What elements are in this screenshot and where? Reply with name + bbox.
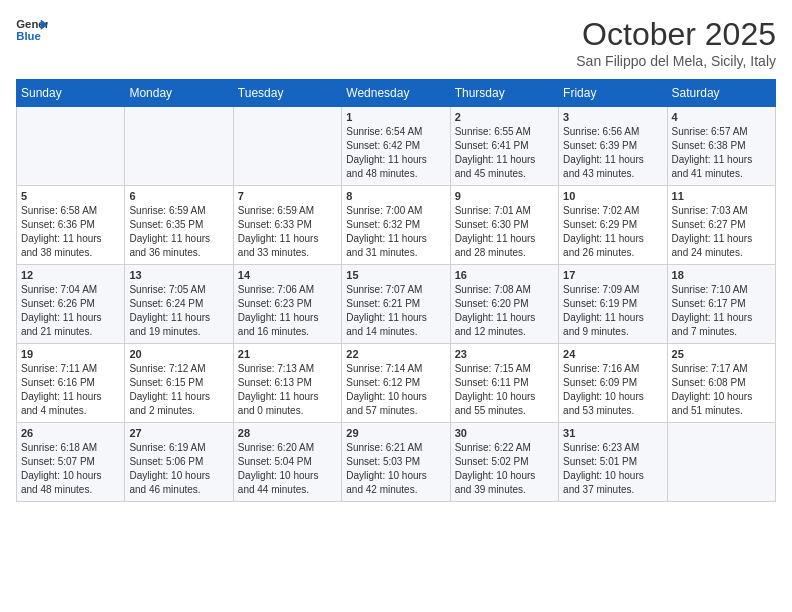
calendar-day-cell: 9Sunrise: 7:01 AM Sunset: 6:30 PM Daylig… <box>450 186 558 265</box>
day-number: 20 <box>129 348 228 360</box>
calendar-day-cell: 24Sunrise: 7:16 AM Sunset: 6:09 PM Dayli… <box>559 344 667 423</box>
day-info: Sunrise: 7:10 AM Sunset: 6:17 PM Dayligh… <box>672 283 771 339</box>
day-of-week-header: Saturday <box>667 80 775 107</box>
day-info: Sunrise: 6:18 AM Sunset: 5:07 PM Dayligh… <box>21 441 120 497</box>
calendar-day-cell <box>125 107 233 186</box>
day-info: Sunrise: 6:55 AM Sunset: 6:41 PM Dayligh… <box>455 125 554 181</box>
day-number: 13 <box>129 269 228 281</box>
calendar-day-cell: 21Sunrise: 7:13 AM Sunset: 6:13 PM Dayli… <box>233 344 341 423</box>
calendar-day-cell: 4Sunrise: 6:57 AM Sunset: 6:38 PM Daylig… <box>667 107 775 186</box>
day-number: 4 <box>672 111 771 123</box>
day-info: Sunrise: 7:09 AM Sunset: 6:19 PM Dayligh… <box>563 283 662 339</box>
calendar-day-cell: 7Sunrise: 6:59 AM Sunset: 6:33 PM Daylig… <box>233 186 341 265</box>
calendar-day-cell: 29Sunrise: 6:21 AM Sunset: 5:03 PM Dayli… <box>342 423 450 502</box>
day-info: Sunrise: 7:04 AM Sunset: 6:26 PM Dayligh… <box>21 283 120 339</box>
calendar-week-row: 19Sunrise: 7:11 AM Sunset: 6:16 PM Dayli… <box>17 344 776 423</box>
day-info: Sunrise: 7:13 AM Sunset: 6:13 PM Dayligh… <box>238 362 337 418</box>
calendar-week-row: 5Sunrise: 6:58 AM Sunset: 6:36 PM Daylig… <box>17 186 776 265</box>
day-info: Sunrise: 7:15 AM Sunset: 6:11 PM Dayligh… <box>455 362 554 418</box>
day-number: 1 <box>346 111 445 123</box>
day-number: 28 <box>238 427 337 439</box>
calendar-day-cell: 3Sunrise: 6:56 AM Sunset: 6:39 PM Daylig… <box>559 107 667 186</box>
day-of-week-header: Friday <box>559 80 667 107</box>
day-info: Sunrise: 7:05 AM Sunset: 6:24 PM Dayligh… <box>129 283 228 339</box>
day-info: Sunrise: 6:54 AM Sunset: 6:42 PM Dayligh… <box>346 125 445 181</box>
day-info: Sunrise: 6:21 AM Sunset: 5:03 PM Dayligh… <box>346 441 445 497</box>
day-number: 11 <box>672 190 771 202</box>
day-number: 22 <box>346 348 445 360</box>
calendar-day-cell: 19Sunrise: 7:11 AM Sunset: 6:16 PM Dayli… <box>17 344 125 423</box>
calendar-subtitle: San Filippo del Mela, Sicily, Italy <box>576 53 776 69</box>
calendar-day-cell: 26Sunrise: 6:18 AM Sunset: 5:07 PM Dayli… <box>17 423 125 502</box>
day-number: 23 <box>455 348 554 360</box>
day-number: 2 <box>455 111 554 123</box>
calendar-day-cell: 28Sunrise: 6:20 AM Sunset: 5:04 PM Dayli… <box>233 423 341 502</box>
logo-icon: General Blue <box>16 16 48 44</box>
day-number: 7 <box>238 190 337 202</box>
calendar-day-cell: 14Sunrise: 7:06 AM Sunset: 6:23 PM Dayli… <box>233 265 341 344</box>
calendar-day-cell <box>17 107 125 186</box>
day-number: 19 <box>21 348 120 360</box>
calendar-day-cell: 16Sunrise: 7:08 AM Sunset: 6:20 PM Dayli… <box>450 265 558 344</box>
calendar-table: SundayMondayTuesdayWednesdayThursdayFrid… <box>16 79 776 502</box>
day-number: 24 <box>563 348 662 360</box>
calendar-day-cell: 13Sunrise: 7:05 AM Sunset: 6:24 PM Dayli… <box>125 265 233 344</box>
day-number: 21 <box>238 348 337 360</box>
day-info: Sunrise: 6:56 AM Sunset: 6:39 PM Dayligh… <box>563 125 662 181</box>
day-number: 27 <box>129 427 228 439</box>
day-number: 15 <box>346 269 445 281</box>
calendar-week-row: 1Sunrise: 6:54 AM Sunset: 6:42 PM Daylig… <box>17 107 776 186</box>
day-info: Sunrise: 7:01 AM Sunset: 6:30 PM Dayligh… <box>455 204 554 260</box>
day-info: Sunrise: 7:00 AM Sunset: 6:32 PM Dayligh… <box>346 204 445 260</box>
calendar-day-cell: 22Sunrise: 7:14 AM Sunset: 6:12 PM Dayli… <box>342 344 450 423</box>
day-number: 18 <box>672 269 771 281</box>
day-number: 3 <box>563 111 662 123</box>
calendar-day-cell: 12Sunrise: 7:04 AM Sunset: 6:26 PM Dayli… <box>17 265 125 344</box>
day-number: 10 <box>563 190 662 202</box>
calendar-day-cell: 17Sunrise: 7:09 AM Sunset: 6:19 PM Dayli… <box>559 265 667 344</box>
calendar-day-cell <box>667 423 775 502</box>
calendar-day-cell: 8Sunrise: 7:00 AM Sunset: 6:32 PM Daylig… <box>342 186 450 265</box>
calendar-day-cell: 23Sunrise: 7:15 AM Sunset: 6:11 PM Dayli… <box>450 344 558 423</box>
day-info: Sunrise: 7:16 AM Sunset: 6:09 PM Dayligh… <box>563 362 662 418</box>
day-number: 14 <box>238 269 337 281</box>
day-of-week-header: Wednesday <box>342 80 450 107</box>
day-info: Sunrise: 7:12 AM Sunset: 6:15 PM Dayligh… <box>129 362 228 418</box>
day-info: Sunrise: 6:57 AM Sunset: 6:38 PM Dayligh… <box>672 125 771 181</box>
day-of-week-header: Monday <box>125 80 233 107</box>
day-info: Sunrise: 6:19 AM Sunset: 5:06 PM Dayligh… <box>129 441 228 497</box>
calendar-day-cell: 10Sunrise: 7:02 AM Sunset: 6:29 PM Dayli… <box>559 186 667 265</box>
calendar-day-cell: 31Sunrise: 6:23 AM Sunset: 5:01 PM Dayli… <box>559 423 667 502</box>
day-of-week-header: Thursday <box>450 80 558 107</box>
day-info: Sunrise: 7:06 AM Sunset: 6:23 PM Dayligh… <box>238 283 337 339</box>
calendar-day-cell <box>233 107 341 186</box>
day-number: 25 <box>672 348 771 360</box>
day-info: Sunrise: 7:07 AM Sunset: 6:21 PM Dayligh… <box>346 283 445 339</box>
calendar-day-cell: 5Sunrise: 6:58 AM Sunset: 6:36 PM Daylig… <box>17 186 125 265</box>
svg-text:Blue: Blue <box>16 30 41 42</box>
day-number: 6 <box>129 190 228 202</box>
day-info: Sunrise: 6:20 AM Sunset: 5:04 PM Dayligh… <box>238 441 337 497</box>
day-number: 9 <box>455 190 554 202</box>
title-block: October 2025 San Filippo del Mela, Sicil… <box>576 16 776 69</box>
calendar-day-cell: 6Sunrise: 6:59 AM Sunset: 6:35 PM Daylig… <box>125 186 233 265</box>
day-of-week-header: Tuesday <box>233 80 341 107</box>
day-number: 26 <box>21 427 120 439</box>
day-info: Sunrise: 6:59 AM Sunset: 6:33 PM Dayligh… <box>238 204 337 260</box>
day-of-week-header: Sunday <box>17 80 125 107</box>
calendar-week-row: 12Sunrise: 7:04 AM Sunset: 6:26 PM Dayli… <box>17 265 776 344</box>
day-info: Sunrise: 6:59 AM Sunset: 6:35 PM Dayligh… <box>129 204 228 260</box>
day-number: 8 <box>346 190 445 202</box>
logo: General Blue <box>16 16 48 44</box>
calendar-day-cell: 1Sunrise: 6:54 AM Sunset: 6:42 PM Daylig… <box>342 107 450 186</box>
calendar-title: October 2025 <box>576 16 776 53</box>
day-info: Sunrise: 7:02 AM Sunset: 6:29 PM Dayligh… <box>563 204 662 260</box>
page-header: General Blue October 2025 San Filippo de… <box>16 16 776 69</box>
calendar-day-cell: 30Sunrise: 6:22 AM Sunset: 5:02 PM Dayli… <box>450 423 558 502</box>
day-info: Sunrise: 6:58 AM Sunset: 6:36 PM Dayligh… <box>21 204 120 260</box>
calendar-day-cell: 2Sunrise: 6:55 AM Sunset: 6:41 PM Daylig… <box>450 107 558 186</box>
calendar-header-row: SundayMondayTuesdayWednesdayThursdayFrid… <box>17 80 776 107</box>
calendar-day-cell: 15Sunrise: 7:07 AM Sunset: 6:21 PM Dayli… <box>342 265 450 344</box>
day-number: 31 <box>563 427 662 439</box>
calendar-day-cell: 18Sunrise: 7:10 AM Sunset: 6:17 PM Dayli… <box>667 265 775 344</box>
